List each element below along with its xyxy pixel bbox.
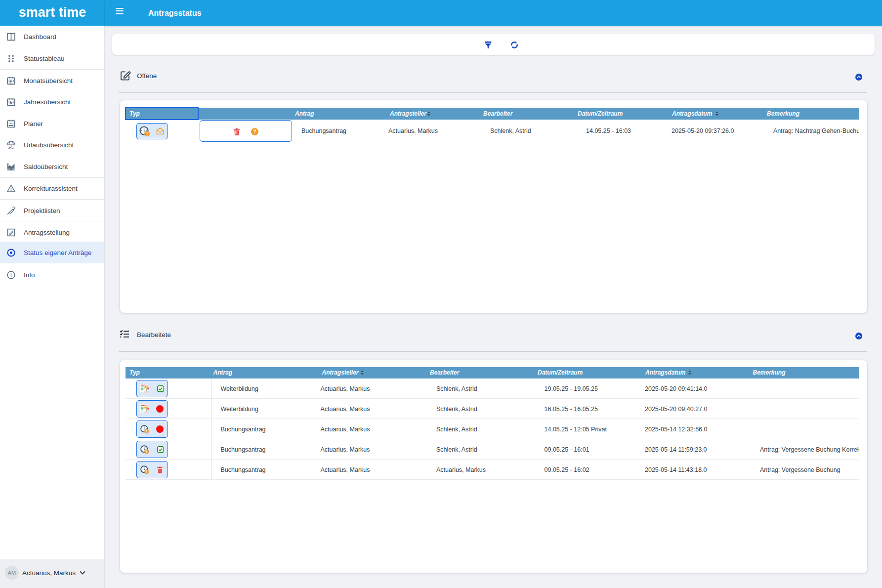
svg-text:?: ? (253, 128, 256, 134)
